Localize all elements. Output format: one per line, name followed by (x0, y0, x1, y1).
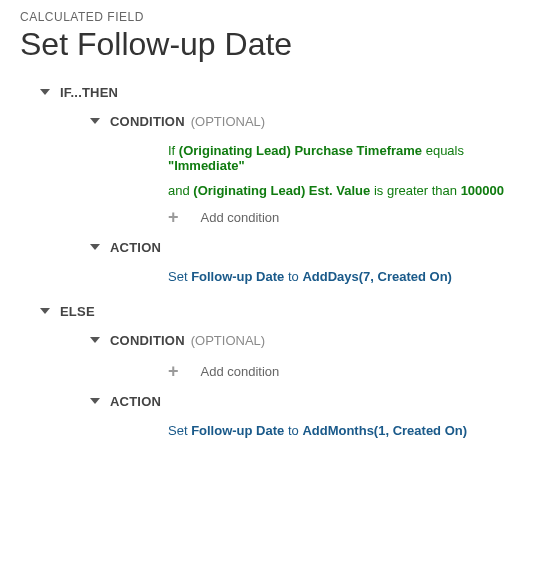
ifthen-header[interactable]: IF...THEN (40, 85, 513, 100)
plus-icon: + (168, 208, 179, 226)
plus-icon: + (168, 362, 179, 380)
optional-label: (OPTIONAL) (191, 114, 265, 129)
add-condition-button[interactable]: + Add condition (168, 362, 513, 380)
chevron-down-icon (90, 118, 100, 124)
chevron-down-icon (90, 244, 100, 250)
action-line[interactable]: Set Follow-up Date to AddDays(7, Created… (168, 269, 513, 284)
add-condition-button[interactable]: + Add condition (168, 208, 513, 226)
cond-value: "Immediate" (168, 158, 245, 173)
condition-line-1[interactable]: If (Originating Lead) Purchase Timeframe… (168, 143, 513, 173)
ifthen-label: IF...THEN (60, 85, 118, 100)
action-prefix: Set (168, 269, 191, 284)
chevron-down-icon (40, 308, 50, 314)
add-condition-label: Add condition (201, 364, 280, 379)
condition-label: CONDITION (110, 333, 185, 348)
else-condition-header[interactable]: CONDITION (OPTIONAL) (90, 333, 513, 348)
action-line[interactable]: Set Follow-up Date to AddMonths(1, Creat… (168, 423, 513, 438)
else-header[interactable]: ELSE (40, 304, 513, 319)
condition-label: CONDITION (110, 114, 185, 129)
else-label: ELSE (60, 304, 95, 319)
action-label: ACTION (110, 240, 161, 255)
action-func: AddDays(7, Created On) (302, 269, 452, 284)
action-field: Follow-up Date (191, 269, 284, 284)
action-label: ACTION (110, 394, 161, 409)
chevron-down-icon (90, 337, 100, 343)
cond-prefix: If (168, 143, 179, 158)
action-prefix: Set (168, 423, 191, 438)
cond-op: equals (422, 143, 464, 158)
breadcrumb: CALCULATED FIELD (20, 10, 513, 24)
condition-line-2[interactable]: and (Originating Lead) Est. Value is gre… (168, 183, 513, 198)
add-condition-label: Add condition (201, 210, 280, 225)
ifthen-action-header[interactable]: ACTION (90, 240, 513, 255)
chevron-down-icon (90, 398, 100, 404)
optional-label: (OPTIONAL) (191, 333, 265, 348)
action-func: AddMonths(1, Created On) (302, 423, 467, 438)
cond-op: is greater than (370, 183, 460, 198)
else-action-header[interactable]: ACTION (90, 394, 513, 409)
action-field: Follow-up Date (191, 423, 284, 438)
cond-field: (Originating Lead) Est. Value (193, 183, 370, 198)
cond-field: (Originating Lead) Purchase Timeframe (179, 143, 422, 158)
action-to: to (284, 269, 302, 284)
cond-prefix: and (168, 183, 193, 198)
cond-value: 100000 (461, 183, 504, 198)
chevron-down-icon (40, 89, 50, 95)
action-to: to (284, 423, 302, 438)
page-title: Set Follow-up Date (20, 26, 513, 63)
ifthen-condition-header[interactable]: CONDITION (OPTIONAL) (90, 114, 513, 129)
